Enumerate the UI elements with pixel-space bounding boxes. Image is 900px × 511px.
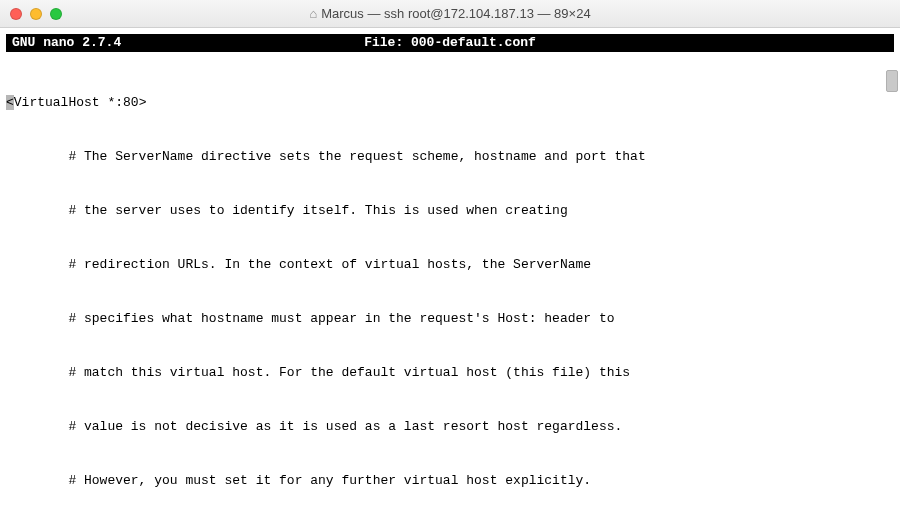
file-line: # redirection URLs. In the context of vi… — [6, 256, 894, 274]
file-line-1-rest: VirtualHost *:80> — [14, 95, 147, 110]
nano-title-bar: GNU nano 2.7.4 File: 000-default.conf — [6, 34, 894, 52]
file-line: # specifies what hostname must appear in… — [6, 310, 894, 328]
zoom-icon[interactable] — [50, 8, 62, 20]
window-title-text: Marcus — ssh root@172.104.187.13 — 89×24 — [321, 6, 590, 21]
text-cursor: < — [6, 95, 14, 110]
file-line: # the server uses to identify itself. Th… — [6, 202, 894, 220]
minimize-icon[interactable] — [30, 8, 42, 20]
terminal-area[interactable]: GNU nano 2.7.4 File: 000-default.conf <V… — [0, 34, 900, 511]
file-line-1: <VirtualHost *:80> — [6, 94, 894, 112]
close-icon[interactable] — [10, 8, 22, 20]
file-line: # match this virtual host. For the defau… — [6, 364, 894, 382]
home-icon: ⌂ — [309, 6, 317, 21]
editor-content[interactable]: <VirtualHost *:80> # The ServerName dire… — [0, 52, 900, 511]
file-line: # However, you must set it for any furth… — [6, 472, 894, 490]
window-controls — [10, 8, 62, 20]
nano-file-label: File: 000-default.conf — [6, 34, 894, 52]
window-title: ⌂Marcus — ssh root@172.104.187.13 — 89×2… — [0, 5, 900, 23]
file-line: # The ServerName directive sets the requ… — [6, 148, 894, 166]
scrollbar-thumb[interactable] — [886, 70, 898, 92]
window-titlebar: ⌂Marcus — ssh root@172.104.187.13 — 89×2… — [0, 0, 900, 28]
file-line: # value is not decisive as it is used as… — [6, 418, 894, 436]
